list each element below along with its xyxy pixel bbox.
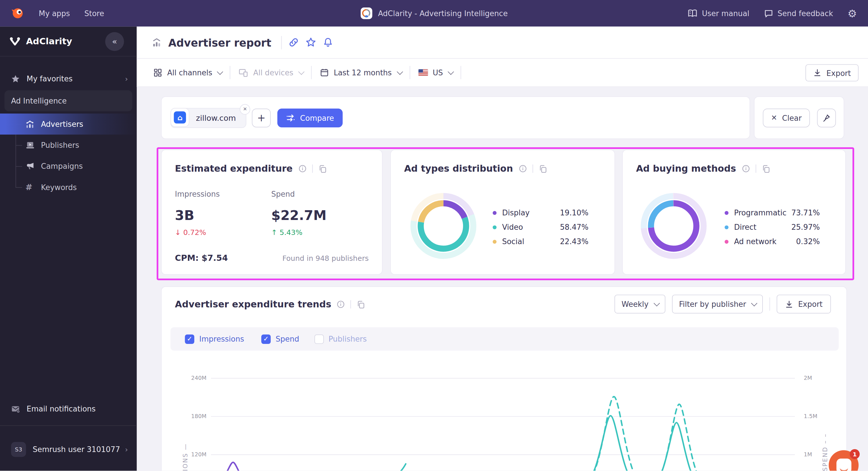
legend-row[interactable]: Social 22.43% — [493, 234, 588, 249]
sidebar-item-my-favorites[interactable]: My favorites › — [0, 69, 137, 89]
settings-gear-icon[interactable]: ⚙ — [847, 8, 857, 19]
legend-row[interactable]: Display 19.10% — [493, 206, 588, 220]
trends-line-chart[interactable] — [211, 360, 795, 471]
legend-dot — [493, 211, 496, 214]
copy-icon[interactable] — [762, 164, 770, 173]
favorite-star-icon[interactable] — [306, 37, 316, 48]
plus-glyph: + — [257, 112, 266, 123]
pin-button[interactable] — [817, 109, 836, 127]
arrow-up-icon: ↑ — [271, 228, 277, 237]
legend-row[interactable]: Direct 25.97% — [724, 220, 820, 234]
legend-label: Social — [502, 237, 524, 246]
cpm-value: CPM: $7.54 — [175, 253, 228, 263]
trends-export-button[interactable]: Export — [777, 295, 831, 314]
user-manual-link[interactable]: User manual — [687, 9, 749, 18]
impressions-checkbox[interactable]: ✓ — [185, 334, 194, 344]
spend-checkbox-label: Spend — [276, 334, 299, 343]
impressions-checkbox-label: Impressions — [199, 334, 244, 343]
advertisers-label: Advertisers — [41, 120, 83, 128]
copy-icon[interactable] — [357, 300, 366, 309]
date-range-label: Last 12 months — [334, 68, 392, 77]
y-axis-tick-right: 1.5M — [804, 413, 817, 419]
sidebar-item-campaigns[interactable]: Campaigns — [0, 155, 137, 177]
campaigns-icon — [26, 162, 35, 170]
ad-buying-donut-chart[interactable] — [640, 193, 707, 259]
sidebar-item-publishers[interactable]: Publishers — [0, 135, 137, 155]
legend-label: Ad network — [734, 237, 777, 246]
channels-grid-icon — [153, 68, 162, 77]
info-icon[interactable] — [337, 300, 345, 308]
info-icon[interactable] — [298, 165, 306, 173]
date-range-filter[interactable]: Last 12 months — [320, 68, 401, 77]
devices-filter[interactable]: All devices — [239, 68, 303, 77]
notification-bell-icon[interactable] — [323, 37, 333, 48]
legend-row[interactable]: Video 58.47% — [493, 220, 588, 234]
divider — [351, 300, 351, 308]
compare-button[interactable]: Compare — [277, 109, 343, 127]
export-button[interactable]: Export — [805, 64, 859, 81]
sidebar-item-keywords[interactable]: # Keywords — [0, 177, 137, 198]
domain-chip[interactable]: ⌂ zillow.com ✕ — [170, 108, 246, 128]
divider — [461, 66, 461, 79]
publisher-filter-select[interactable]: Filter by publisher — [672, 295, 763, 314]
domain-logo-box: ⌂ — [170, 108, 189, 127]
spend-value: $22.7M — [271, 208, 327, 223]
found-in-publishers: Found in 948 publishers — [282, 254, 369, 263]
sidebar-user-row[interactable]: S3 Semrush user 3101077 › — [0, 439, 137, 459]
divider — [311, 66, 312, 79]
query-bar: ⌂ zillow.com ✕ + Compare — [161, 96, 750, 139]
chevron-down-icon — [217, 69, 223, 75]
chevron-down-icon — [653, 300, 660, 306]
calendar-icon — [320, 68, 329, 77]
page-header: Advertiser report — [137, 26, 868, 59]
send-feedback-link[interactable]: Send feedback — [764, 9, 833, 18]
chevron-right-icon: › — [125, 75, 128, 83]
download-icon — [813, 69, 822, 77]
legend-dot — [724, 239, 728, 243]
divider — [281, 36, 282, 49]
info-icon[interactable] — [742, 165, 750, 173]
period-select[interactable]: Weekly — [615, 295, 665, 314]
info-icon[interactable] — [519, 165, 527, 173]
legend-row[interactable]: Programmatic 73.71% — [724, 206, 820, 220]
copy-icon[interactable] — [538, 164, 547, 173]
sidebar-section-ad-intelligence[interactable]: Ad Intelligence — [4, 90, 132, 111]
series-toggle-bar: ✓ Impressions ✓ Spend Publishers — [170, 327, 839, 351]
sidebar-item-email-notifications[interactable]: Email notifications — [0, 399, 137, 419]
publishers-label: Publishers — [41, 141, 79, 149]
top-bar: My apps Store AdClarity - Advertising In… — [0, 0, 868, 26]
card-title: Ad types distribution — [404, 163, 513, 174]
sidebar: AdClarity « My favorites › Ad Intelligen… — [0, 26, 137, 471]
publisher-filter-value: Filter by publisher — [679, 300, 746, 308]
sidebar-collapse-button[interactable]: « — [105, 32, 124, 51]
card-ad-types-distribution: Ad types distribution Display 19.10% Vid… — [390, 149, 615, 274]
clear-button[interactable]: ✕ Clear — [763, 109, 810, 127]
sidebar-item-advertisers[interactable]: Advertisers — [0, 114, 137, 135]
impressions-delta: ↓ 0.72% — [175, 228, 206, 237]
share-link-icon[interactable] — [288, 37, 299, 48]
legend-value: 58.47% — [560, 223, 588, 232]
publishers-checkbox[interactable] — [314, 334, 323, 344]
legend-label: Programmatic — [734, 208, 787, 217]
spend-checkbox[interactable]: ✓ — [261, 334, 271, 344]
email-notifications-label: Email notifications — [26, 404, 95, 413]
copy-icon[interactable] — [318, 164, 327, 173]
channels-filter[interactable]: All channels — [153, 68, 222, 77]
ad-types-donut-chart[interactable] — [410, 193, 476, 259]
channels-filter-label: All channels — [167, 68, 212, 77]
add-domain-button[interactable]: + — [252, 109, 271, 127]
chevron-down-icon — [448, 69, 454, 75]
divider — [312, 165, 313, 173]
adclarity-logo-icon — [9, 36, 21, 47]
collapse-glyph: « — [112, 36, 117, 47]
y-axis-tick-right: 2M — [804, 375, 812, 381]
country-filter[interactable]: US — [418, 68, 452, 77]
impressions-axis-title: IMPRESSIONS — — [182, 432, 189, 471]
legend-row[interactable]: Ad network 0.32% — [724, 234, 820, 249]
legend-value: 25.97% — [791, 223, 820, 232]
ad-buying-legend: Programmatic 73.71% Direct 25.97% Ad net… — [724, 206, 820, 249]
query-actions-card: ✕ Clear — [754, 96, 844, 139]
remove-domain-icon[interactable]: ✕ — [240, 104, 250, 114]
card-estimated-expenditure: Estimated expenditure Impressions Spend … — [161, 149, 382, 274]
card-title: Estimated expenditure — [175, 163, 292, 174]
